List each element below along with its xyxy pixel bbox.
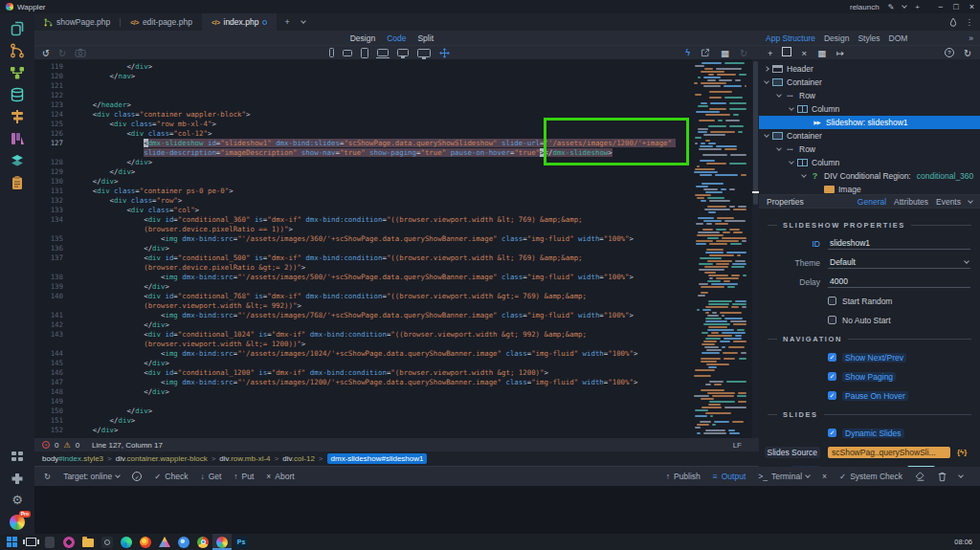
tree-chevron-icon[interactable] (764, 78, 769, 84)
code-line[interactable]: 152</div> (34, 426, 725, 435)
code-line[interactable]: 134<div id="conditional_360" is="dmx-if"… (34, 215, 725, 234)
theme-select[interactable]: Default (828, 257, 970, 269)
checkbox-pause-on-hover[interactable]: ✓Pause On Hover (828, 389, 980, 402)
routes-icon[interactable] (8, 108, 27, 124)
tree-item-container[interactable]: Container (759, 129, 980, 143)
dynamic-data-picker-icon[interactable]: {ϟ} (957, 448, 967, 456)
collapse-panel-chevron-icon[interactable] (958, 473, 964, 478)
panel-tab-design[interactable]: Design (824, 33, 849, 43)
firefox-browser-icon[interactable] (136, 534, 155, 550)
trash-icon[interactable] (938, 472, 947, 482)
breadcrumb-item[interactable]: body#index.style3 (42, 454, 103, 463)
code-line[interactable]: 133<div class="col"> (34, 206, 725, 215)
code-content[interactable]: 119</div>120</nav>121122123</header>124<… (34, 59, 725, 438)
abort-button[interactable]: ×Abort (266, 472, 294, 481)
tree-chevron-icon[interactable] (801, 172, 807, 178)
duplicate-element-icon[interactable] (784, 49, 791, 56)
code-line[interactable]: 143<div id="conditional_1024" is="dmx-if… (34, 330, 725, 349)
device-phone-icon[interactable] (329, 48, 334, 57)
slides-source-input[interactable]: scShowPag..queryShowSli... (828, 447, 950, 458)
chevron-down-icon[interactable] (902, 3, 908, 9)
relaunch-button[interactable]: relaunch (850, 3, 880, 11)
edit-icon[interactable]: ✎ (888, 3, 895, 11)
target-selector[interactable]: Target: online (63, 472, 120, 481)
collapse-properties-chevron-icon[interactable] (968, 198, 973, 204)
close-button[interactable]: × (969, 2, 974, 11)
refresh-icon[interactable]: ↻ (740, 48, 747, 58)
checkbox-start-random[interactable]: Start Random (828, 295, 980, 307)
wappler-pro-logo[interactable]: Pro (8, 514, 27, 530)
id-input[interactable]: slideshow1 (828, 238, 970, 250)
sync-icon[interactable]: ↻ (44, 472, 51, 481)
code-line[interactable]: 137<div id="conditional_500" is="dmx-if"… (34, 253, 725, 273)
pages-icon[interactable] (8, 20, 27, 36)
blocks-icon[interactable] (8, 448, 27, 464)
tree-item-header[interactable]: Header (759, 62, 980, 76)
tab-showpage-php[interactable]: showPage.php (34, 13, 120, 31)
content-manager-icon[interactable] (8, 174, 27, 190)
tab-edit-page-php[interactable]: </> edit-page.php (121, 13, 202, 31)
clear-output-icon[interactable] (915, 472, 925, 481)
taskbar-clock[interactable]: 08:06 (954, 538, 978, 546)
put-button[interactable]: ↑Put (234, 472, 254, 481)
blocks-grid-icon[interactable]: ▦ (721, 48, 729, 58)
checkbox-show-paging[interactable]: ✓Show Paging (828, 370, 980, 383)
checkbox-dynamic-slides[interactable]: ✓Dynamic Slides (828, 427, 980, 439)
code-line[interactable]: 148</div> (34, 387, 725, 397)
file-explorer-icon[interactable] (78, 534, 98, 550)
checkbox-icon[interactable] (828, 316, 836, 324)
properties-tab-events[interactable]: Events (936, 197, 961, 207)
device-large-desktop-icon[interactable] (417, 49, 431, 57)
device-desktop-icon[interactable] (397, 49, 409, 56)
checkbox-icon[interactable] (828, 297, 836, 305)
blocks-library-icon[interactable]: ▦ (817, 48, 826, 58)
code-line[interactable]: 123</header> (34, 100, 725, 110)
code-line[interactable]: 135<img dmx-bind:src="'/assets/images/36… (34, 234, 725, 244)
get-button[interactable]: ↓Get (200, 472, 221, 481)
tree-item-image[interactable]: Image (759, 183, 980, 194)
device-tablet-icon[interactable] (361, 48, 368, 58)
code-line[interactable]: 141<img dmx-bind:src="'/assets/images/76… (34, 311, 725, 320)
tree-chevron-icon[interactable] (789, 159, 794, 165)
code-line[interactable]: 147<img dmx-bind:src="'/assets/images/12… (34, 378, 725, 387)
tree-chevron-icon[interactable] (764, 132, 769, 138)
tree-item-container[interactable]: Container (759, 76, 980, 89)
code-line[interactable]: 142</div> (34, 320, 725, 330)
checkbox-icon[interactable]: ✓ (828, 372, 836, 381)
code-line[interactable]: 146<div id="conditional_1200" is="dmx-if… (34, 368, 725, 378)
code-line[interactable]: 140<div id="conditional_768" is="dmx-if"… (34, 292, 725, 311)
settings-gear-icon[interactable]: ⚙ (8, 492, 27, 508)
close-panel-icon[interactable]: × (822, 472, 827, 481)
start-button[interactable] (2, 534, 21, 550)
view-mode-design[interactable]: Design (350, 33, 375, 43)
move-into-icon[interactable]: ↦ (836, 48, 844, 58)
panel-tab-app-structure[interactable]: App Structure (766, 33, 815, 43)
app-media-icon[interactable] (59, 534, 78, 550)
responsive-resize-icon[interactable] (439, 48, 450, 58)
workflows-icon[interactable] (8, 42, 27, 58)
scrollbar-thumb[interactable] (753, 61, 758, 205)
panel-tab-dom[interactable]: DOM (889, 33, 908, 43)
maximize-button[interactable]: □ (953, 2, 958, 11)
add-element-button[interactable]: + (768, 48, 773, 58)
tab-list-chevron-icon[interactable] (301, 18, 306, 24)
output-toggle[interactable]: ≡Output (713, 472, 746, 481)
breadcrumb-item[interactable]: dmx-slideshow#slideshow1 (327, 453, 428, 464)
properties-tab-attributes[interactable]: Attributes (894, 197, 928, 207)
editor-scrollbar[interactable] (752, 59, 759, 438)
kebab-menu-icon[interactable]: ⋮ (966, 17, 974, 27)
view-mode-code[interactable]: Code (387, 33, 406, 43)
app-camera-icon[interactable] (98, 534, 117, 550)
checkbox-no-auto-start[interactable]: No Auto Start (828, 314, 980, 326)
device-laptop-icon[interactable] (377, 49, 389, 56)
tree-item-column[interactable]: Column (759, 156, 980, 169)
app-colorful-icon[interactable] (155, 534, 174, 550)
checkbox-icon[interactable]: ✓ (828, 391, 836, 400)
code-line[interactable]: 122 (34, 91, 725, 100)
app-blue-icon[interactable] (174, 534, 193, 550)
extensions-icon[interactable] (8, 470, 27, 486)
code-line[interactable]: 150</div> (34, 407, 725, 416)
code-line[interactable]: 130</div> (34, 177, 725, 187)
tab-index-php[interactable]: </> index.php (202, 13, 278, 31)
code-line[interactable]: 121 (34, 81, 725, 91)
